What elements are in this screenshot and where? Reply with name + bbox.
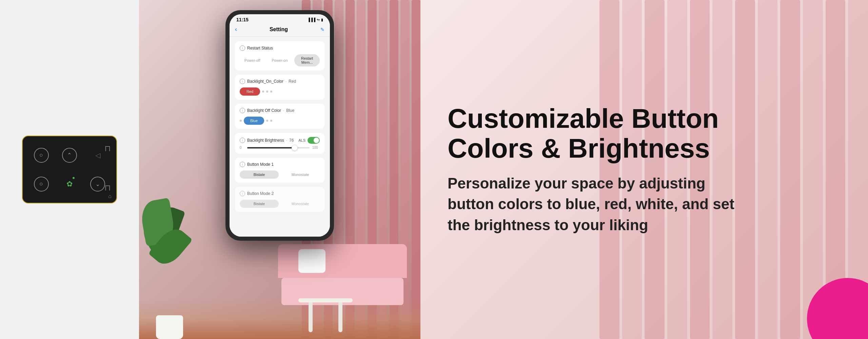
switch-btn-fan[interactable]: ✿ [57, 171, 82, 197]
phone-screen: 11:15 ▐▐▐ ↬ ▮ ‹ Setting ✎ [230, 14, 330, 237]
als-row: ALS [298, 137, 320, 144]
color-dot-off-3[interactable] [270, 120, 272, 122]
color-dot-1[interactable] [262, 91, 264, 93]
brightness-value: 76 [289, 138, 294, 143]
slider-track[interactable] [247, 147, 310, 148]
section-label-brightness: i Backlight Brightness · 76 [240, 138, 294, 143]
color-dot-off-1[interactable] [240, 120, 242, 122]
restart-options: Power-off Power-on Restart Mem... [240, 54, 320, 66]
option-monostate-1[interactable]: Monostate [281, 171, 320, 179]
switch-btn-plug-2[interactable]: ⊓ [104, 183, 111, 193]
slider-max: 100 [312, 146, 320, 149]
section-icon: i [240, 45, 245, 51]
slider-min: 0 [240, 146, 244, 149]
brightness-title: Backlight Brightness [247, 138, 284, 143]
section-label-mode1: i Button Mode 1 [240, 162, 320, 167]
mode2-title: Button Mode 2 [247, 191, 274, 196]
on-color-title: Backlight_On_Color [247, 79, 283, 84]
button-mode-2-section: i Button Mode 2 Bistate Monostate [235, 187, 324, 212]
coffee-table [298, 298, 353, 332]
switch-btn-circle-1[interactable]: ○ [29, 142, 54, 168]
option-power-on[interactable]: Power-on [267, 54, 293, 66]
on-color-options: Red [240, 87, 320, 96]
backlight-off-color-section: i Backlight Off Color · Blue Blue [235, 104, 324, 129]
sub-heading: Personalize your space by adjusting butt… [448, 173, 739, 236]
main-heading: Customizable Button Colors & Brightness [448, 104, 841, 163]
signal-icon: ▐▐▐ [308, 18, 315, 22]
color-dot-2[interactable] [266, 91, 268, 93]
section-icon-mode2: i [240, 191, 245, 196]
backlight-on-color-section: i Backlight_On_Color · Red Red [235, 75, 324, 100]
status-time: 11:15 [236, 17, 249, 22]
section-icon-on-color: i [240, 79, 245, 84]
wifi-icon: ↬ [317, 18, 320, 22]
option-bistate-1[interactable]: Bistate [240, 171, 279, 179]
section-icon-off-color: i [240, 108, 245, 113]
restart-status-section: i Restart Status Power-off Power-on Rest… [235, 41, 324, 71]
section-icon-mode1: i [240, 162, 245, 167]
option-blue[interactable]: Blue [244, 117, 264, 125]
option-bistate-2[interactable]: Bistate [240, 200, 279, 208]
section-icon-brightness: i [240, 138, 245, 143]
brightness-header: i Backlight Brightness · 76 ALS [240, 137, 320, 144]
phone-body: 11:15 ▐▐▐ ↬ ▮ ‹ Setting ✎ [225, 10, 334, 241]
app-header: ‹ Setting ✎ [230, 24, 330, 37]
section-label-on-color: i Backlight_On_Color · Red [240, 79, 320, 84]
slider-fill [247, 147, 295, 148]
backlight-brightness-section: i Backlight Brightness · 76 ALS [235, 133, 324, 154]
switch-btn-plug-1[interactable]: ⊓ [104, 144, 111, 153]
home-icon: ⌂ [108, 193, 112, 199]
option-power-off[interactable]: Power-off [240, 54, 265, 66]
toggle-knob [314, 138, 319, 143]
battery-icon: ▮ [321, 18, 323, 22]
color-dot-3[interactable] [270, 91, 272, 93]
section-label-off-color: i Backlight Off Color · Blue [240, 108, 320, 113]
off-color-value: Blue [286, 108, 294, 113]
section-label-mode2: i Button Mode 2 [240, 191, 320, 196]
mode2-options: Bistate Monostate [240, 200, 320, 208]
option-red[interactable]: Red [240, 87, 260, 96]
screen-title: Setting [270, 26, 288, 33]
switch-btn-chevron-up[interactable]: ⌃ [57, 142, 82, 168]
option-monostate-2[interactable]: Monostate [281, 200, 320, 208]
button-mode-1-section: i Button Mode 1 Bistate Monostate [235, 158, 324, 183]
als-toggle[interactable] [308, 137, 320, 144]
off-color-options: Blue [240, 117, 320, 125]
app-content: i Restart Status Power-off Power-on Rest… [230, 37, 330, 237]
status-icons: ▐▐▐ ↬ ▮ [308, 18, 323, 22]
right-panel: Customizable Button Colors & Brightness … [420, 0, 868, 339]
plant [149, 170, 234, 339]
on-color-value: Red [289, 79, 296, 84]
als-label: ALS [298, 138, 305, 142]
back-button[interactable]: ‹ [235, 26, 237, 33]
left-panel: ○ ⌃ ◁ ○ ✿ ⌃ ⊓ ⊓ ⌂ [0, 0, 139, 339]
slider-thumb [292, 145, 298, 151]
section-title: Restart Status [247, 46, 273, 51]
brightness-slider[interactable]: 0 100 [240, 146, 320, 149]
edit-button[interactable]: ✎ [320, 27, 324, 32]
smart-switch-device: ○ ⌃ ◁ ○ ✿ ⌃ ⊓ ⊓ ⌂ [22, 136, 117, 203]
center-panel: 11:15 ▐▐▐ ↬ ▮ ‹ Setting ✎ [139, 0, 420, 339]
switch-btn-circle-2[interactable]: ○ [29, 171, 54, 197]
sofa [278, 244, 407, 305]
mode1-title: Button Mode 1 [247, 162, 274, 167]
phone-mockup: 11:15 ▐▐▐ ↬ ▮ ‹ Setting ✎ [225, 10, 334, 241]
off-color-title: Backlight Off Color [247, 108, 281, 113]
color-dot-off-2[interactable] [266, 120, 268, 122]
mode1-options: Bistate Monostate [240, 171, 320, 179]
status-bar: 11:15 ▐▐▐ ↬ ▮ [230, 14, 330, 24]
section-label: i Restart Status [240, 45, 320, 51]
heading-line-1: Customizable Button [448, 103, 719, 134]
option-restart-mem[interactable]: Restart Mem... [294, 54, 320, 66]
heading-line-2: Colors & Brightness [448, 133, 710, 163]
